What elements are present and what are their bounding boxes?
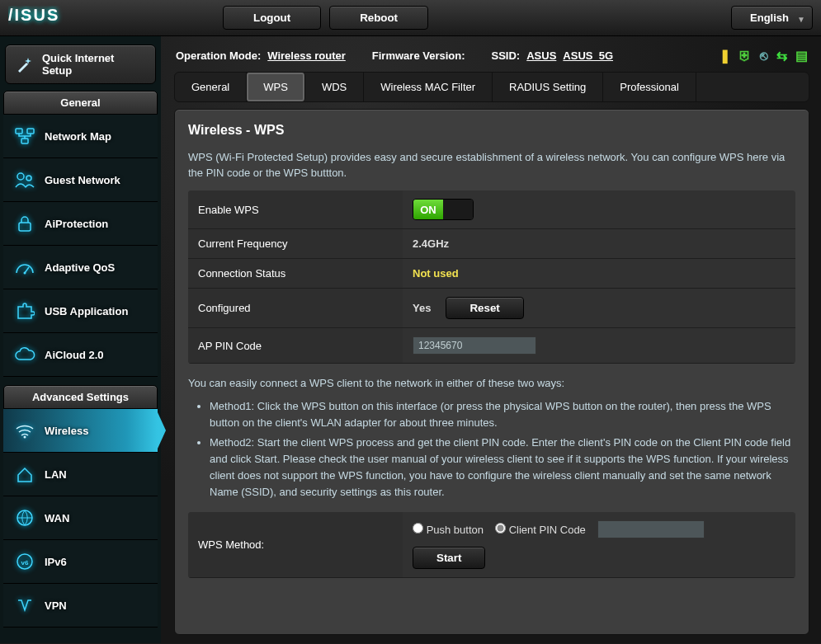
row-label: WPS Method: bbox=[188, 512, 403, 578]
radio-push-button[interactable]: Push button bbox=[413, 523, 484, 536]
globe-icon bbox=[12, 506, 38, 529]
table-row: WPS Method: Push button Client PIN Code … bbox=[188, 512, 795, 578]
sidebar-item-label: Wireless bbox=[45, 425, 88, 437]
svg-rect-3 bbox=[21, 139, 28, 143]
settings-table: Enable WPS ON Current Frequency 2.4GHz C… bbox=[188, 190, 795, 364]
svg-point-5 bbox=[26, 176, 31, 181]
internet-status-icon[interactable]: ▤ bbox=[795, 48, 808, 63]
tab-professional[interactable]: Professional bbox=[603, 73, 696, 101]
sidebar-item-aicloud[interactable]: AiCloud 2.0 bbox=[3, 333, 158, 377]
client-pin-input[interactable] bbox=[597, 520, 705, 538]
row-label: Configured bbox=[188, 289, 403, 328]
reset-button[interactable]: Reset bbox=[446, 297, 523, 319]
sidebar-item-vpn[interactable]: VPN bbox=[3, 584, 158, 628]
sidebar-item-label: IPv6 bbox=[45, 556, 67, 568]
section-advanced-title: Advanced Settings bbox=[3, 385, 158, 409]
guest-network-icon bbox=[12, 168, 38, 191]
operation-mode-label: Operation Mode: bbox=[176, 49, 261, 62]
logout-button[interactable]: Logout bbox=[223, 6, 321, 30]
svg-text:v6: v6 bbox=[21, 559, 29, 566]
sidebar-item-guest-network[interactable]: Guest Network bbox=[3, 158, 158, 202]
language-label: English bbox=[750, 12, 789, 24]
tab-wps[interactable]: WPS bbox=[247, 73, 305, 101]
svg-text:/ISUS: /ISUS bbox=[8, 6, 59, 24]
enable-wps-toggle[interactable]: ON bbox=[413, 199, 474, 220]
sidebar-item-label: USB Application bbox=[45, 305, 128, 317]
sidebar-item-usb-application[interactable]: USB Application bbox=[3, 289, 158, 333]
methods-intro: You can easily connect a WPS client to t… bbox=[188, 375, 795, 392]
sidebar-item-label: Adaptive QoS bbox=[45, 261, 115, 274]
page-title: Wireless - WPS bbox=[188, 123, 795, 138]
table-row: Connection Status Not used bbox=[188, 259, 795, 289]
page-intro: WPS (Wi-Fi Protected Setup) provides eas… bbox=[188, 149, 795, 181]
svg-rect-1 bbox=[16, 129, 22, 134]
qis-label: Quick Internet Setup bbox=[42, 52, 147, 77]
row-label: Connection Status bbox=[188, 259, 403, 289]
frequency-value: 2.4GHz bbox=[413, 237, 449, 250]
start-button[interactable]: Start bbox=[413, 547, 485, 569]
svg-rect-2 bbox=[27, 129, 34, 134]
ssid-2[interactable]: ASUS_5G bbox=[563, 49, 613, 62]
sidebar-item-network-map[interactable]: Network Map bbox=[3, 115, 158, 158]
sidebar-item-label: Network Map bbox=[45, 130, 111, 143]
svg-rect-6 bbox=[19, 223, 31, 231]
sidebar-item-label: WAN bbox=[45, 512, 69, 524]
quick-internet-setup[interactable]: Quick Internet Setup bbox=[5, 45, 156, 84]
sidebar-item-ipv6[interactable]: v6 IPv6 bbox=[3, 540, 158, 584]
vpn-icon bbox=[12, 594, 38, 617]
ipv6-icon: v6 bbox=[12, 550, 38, 573]
table-row: AP PIN Code bbox=[188, 328, 795, 364]
sidebar-item-lan[interactable]: LAN bbox=[3, 453, 158, 496]
info-row: Operation Mode: Wireless router Firmware… bbox=[174, 45, 809, 72]
row-label: Current Frequency bbox=[188, 229, 403, 259]
toggle-on: ON bbox=[413, 200, 443, 219]
chevron-down-icon: ▼ bbox=[797, 15, 805, 24]
usb-status-icon[interactable]: ⇆ bbox=[776, 48, 787, 63]
status-icons: ❚ ⛨ ⎋ ⇆ ▤ bbox=[720, 48, 808, 63]
panel: Wireless - WPS WPS (Wi-Fi Protected Setu… bbox=[174, 109, 809, 635]
method-2-text: Method2: Start the client WPS process an… bbox=[210, 435, 795, 501]
sidebar-item-label: AiCloud 2.0 bbox=[45, 349, 104, 361]
sidebar-item-label: AiProtection bbox=[45, 218, 108, 230]
network-map-icon bbox=[12, 125, 38, 148]
sidebar-item-label: VPN bbox=[45, 599, 67, 612]
wand-icon bbox=[14, 54, 35, 75]
operation-mode-value[interactable]: Wireless router bbox=[267, 49, 346, 62]
sidebar-item-wireless[interactable]: Wireless bbox=[3, 409, 158, 453]
ssid-1[interactable]: ASUS bbox=[526, 49, 556, 62]
tab-wds[interactable]: WDS bbox=[305, 73, 364, 101]
tabs: General WPS WDS Wireless MAC Filter RADI… bbox=[174, 72, 809, 102]
firmware-label: Firmware Version: bbox=[372, 49, 465, 62]
section-general-title: General bbox=[3, 91, 158, 115]
wifi-icon bbox=[12, 419, 38, 442]
tab-radius[interactable]: RADIUS Setting bbox=[493, 73, 603, 101]
connection-status-value: Not used bbox=[413, 267, 459, 280]
svg-point-7 bbox=[24, 272, 26, 275]
sidebar-item-label: LAN bbox=[45, 468, 67, 481]
configured-value: Yes bbox=[413, 302, 431, 314]
sidebar-item-adaptive-qos[interactable]: Adaptive QoS bbox=[3, 246, 158, 289]
language-select[interactable]: English ▼ bbox=[731, 6, 813, 30]
sidebar-item-wan[interactable]: WAN bbox=[3, 496, 158, 540]
content-area: Operation Mode: Wireless router Firmware… bbox=[161, 36, 821, 643]
wps-method-table: WPS Method: Push button Client PIN Code … bbox=[188, 512, 795, 578]
reboot-button[interactable]: Reboot bbox=[329, 6, 428, 30]
methods-section: You can easily connect a WPS client to t… bbox=[188, 375, 795, 501]
topbar: /ISUS Logout Reboot English ▼ bbox=[0, 0, 821, 36]
method-1-text: Method1: Click the WPS button on this in… bbox=[210, 398, 795, 431]
warn-icon[interactable]: ❚ bbox=[720, 48, 730, 63]
tab-mac-filter[interactable]: Wireless MAC Filter bbox=[364, 73, 493, 101]
sidebar-item-aiprotection[interactable]: AiProtection bbox=[3, 202, 158, 246]
clients-icon[interactable]: ⛨ bbox=[738, 49, 752, 63]
radio-client-pin[interactable]: Client PIN Code bbox=[495, 523, 586, 536]
general-list: Network Map Guest Network AiProtection A… bbox=[3, 115, 158, 377]
speedometer-icon bbox=[12, 256, 38, 279]
ap-pin-input[interactable] bbox=[413, 336, 536, 355]
tab-general[interactable]: General bbox=[175, 73, 247, 101]
puzzle-icon bbox=[12, 299, 38, 322]
logo: /ISUS bbox=[8, 6, 107, 31]
wifi-status-icon[interactable]: ⎋ bbox=[760, 49, 768, 63]
ssid-label: SSID: bbox=[492, 49, 521, 62]
svg-point-4 bbox=[17, 173, 24, 180]
svg-point-8 bbox=[24, 436, 26, 439]
